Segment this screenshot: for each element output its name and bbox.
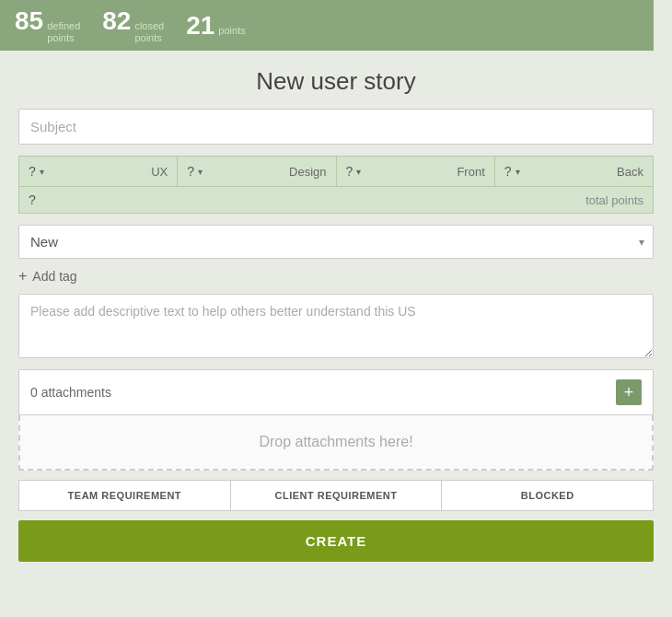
page-title: New user story bbox=[0, 51, 672, 109]
drop-zone-text: Drop attachments here! bbox=[259, 434, 412, 449]
total-points-row: ? total points bbox=[18, 187, 654, 214]
attachments-bar: 0 attachments + bbox=[18, 369, 654, 415]
subject-input[interactable] bbox=[18, 109, 654, 145]
stat-closed-number: 82 bbox=[102, 6, 131, 36]
chevron-down-icon: ▾ bbox=[356, 167, 361, 177]
drop-zone[interactable]: Drop attachments here! bbox=[18, 415, 654, 471]
chevron-down-icon: ▾ bbox=[516, 167, 520, 177]
points-cell-design[interactable]: ? ▾ Design bbox=[178, 157, 336, 186]
points-label-front: Front bbox=[365, 165, 484, 179]
stat-defined: 85 defined points bbox=[15, 6, 80, 44]
stats-bar: 85 defined points 82 closed points 21 po… bbox=[0, 0, 654, 51]
requirement-buttons: TEAM REQUIREMENT CLIENT REQUIREMENT BLOC… bbox=[18, 480, 654, 511]
points-q-back: ? bbox=[504, 164, 512, 179]
attachments-count: 0 attachments bbox=[30, 385, 111, 400]
blocked-button[interactable]: BLOCKED bbox=[441, 480, 654, 511]
points-q-ux: ? bbox=[29, 164, 36, 179]
points-cell-ux[interactable]: ? ▾ UX bbox=[19, 157, 178, 186]
points-label-back: Back bbox=[524, 165, 643, 179]
points-row: ? ▾ UX ? ▾ Design ? ▾ Front ? ▾ Back bbox=[18, 156, 654, 187]
add-tag-label: Add tag bbox=[32, 269, 76, 284]
add-attachment-button[interactable]: + bbox=[616, 379, 642, 405]
status-select[interactable]: New In Progress Done Blocked bbox=[18, 225, 654, 259]
stat-closed: 82 closed points bbox=[102, 6, 164, 44]
stat-closed-label: closed points bbox=[134, 20, 164, 44]
stat-points-number: 21 bbox=[186, 11, 214, 41]
points-label-design: Design bbox=[206, 165, 326, 179]
points-cell-front[interactable]: ? ▾ Front bbox=[337, 157, 495, 186]
chevron-down-icon: ▾ bbox=[198, 167, 203, 177]
points-label-ux: UX bbox=[48, 165, 168, 179]
stat-points: 21 points bbox=[186, 11, 246, 41]
stat-defined-number: 85 bbox=[15, 6, 43, 36]
status-select-wrap[interactable]: New In Progress Done Blocked ▾ bbox=[18, 225, 654, 259]
stat-defined-label: defined points bbox=[47, 20, 80, 44]
total-label: total points bbox=[585, 193, 643, 207]
description-textarea[interactable] bbox=[18, 294, 654, 358]
stat-points-label: points bbox=[218, 25, 245, 37]
add-tag-row[interactable]: + Add tag bbox=[18, 268, 654, 285]
points-q-front: ? bbox=[346, 164, 353, 179]
points-cell-back[interactable]: ? ▾ Back bbox=[495, 157, 653, 186]
chevron-down-icon: ▾ bbox=[40, 167, 44, 177]
points-q-design: ? bbox=[187, 164, 194, 179]
plus-icon: + bbox=[18, 268, 27, 285]
team-requirement-button[interactable]: TEAM REQUIREMENT bbox=[18, 480, 230, 511]
create-button[interactable]: CREATE bbox=[18, 520, 654, 562]
total-q: ? bbox=[29, 192, 36, 207]
client-requirement-button[interactable]: CLIENT REQUIREMENT bbox=[230, 480, 442, 511]
